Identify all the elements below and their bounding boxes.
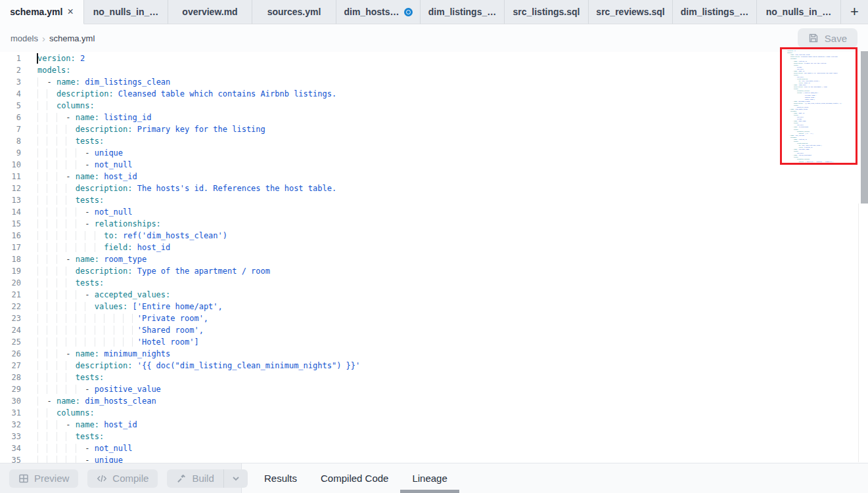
line-number: 20 <box>0 277 29 289</box>
breadcrumb-file: schema.yml <box>49 33 95 43</box>
tab-label: no_nulls_in_… <box>766 7 832 17</box>
code-line[interactable]: 28 tests: <box>0 372 868 383</box>
unsaved-changes-icon <box>404 8 413 16</box>
line-number: 1 <box>0 53 29 64</box>
breadcrumb-chevron-icon: › <box>42 33 45 44</box>
line-number: 13 <box>0 194 29 206</box>
code-line[interactable]: 26 - name: minimum_nights <box>0 348 868 360</box>
table-grid-icon <box>18 473 29 484</box>
code-editor[interactable]: 1version: 22models:3 - name: dim_listing… <box>0 52 868 463</box>
line-number: 5 <box>0 100 29 112</box>
line-number: 7 <box>0 123 29 135</box>
line-number: 30 <box>0 395 29 407</box>
line-number: 35 <box>0 454 29 463</box>
tab-bar-filler: + <box>841 0 868 24</box>
code-line[interactable]: 21 - accepted_values: <box>0 289 868 301</box>
floppy-disk-icon <box>808 33 819 43</box>
line-number: 6 <box>0 112 29 123</box>
line-number: 31 <box>0 407 29 419</box>
code-line[interactable]: 31 columns: <box>0 407 868 419</box>
tab-dim-hosts[interactable]: dim_hosts… <box>336 0 421 24</box>
code-line[interactable]: 12 description: The hosts's id. Referenc… <box>0 182 868 194</box>
editor-tab-list: schema.yml×no_nulls_in_…overview.mdsourc… <box>0 0 841 24</box>
code-line[interactable]: 10 - not_null <box>0 159 868 171</box>
code-line[interactable]: 34 - not_null <box>0 442 868 454</box>
new-tab-button[interactable]: + <box>850 5 859 19</box>
code-line[interactable]: 19 description: Type of the apartment / … <box>0 265 868 277</box>
code-line[interactable]: 30 - name: dim_hosts_clean <box>0 395 868 407</box>
code-line[interactable]: 22 values: ['Entire home/apt', <box>0 301 868 312</box>
code-line[interactable]: 7 description: Primary key for the listi… <box>0 123 868 135</box>
panel-tab-results[interactable]: Results <box>252 463 309 493</box>
tab-overview-md[interactable]: overview.md <box>168 0 252 24</box>
panel-tab-lineage[interactable]: Lineage <box>400 463 459 493</box>
minimap[interactable]: version: 2models: - name: dim_listings_c… <box>786 50 854 163</box>
code-line[interactable]: 32 - name: host_id <box>0 419 868 431</box>
line-number: 24 <box>0 324 29 336</box>
code-line[interactable]: 5 columns: <box>0 100 868 112</box>
tab-sources-yml[interactable]: sources.yml <box>252 0 336 24</box>
code-line[interactable]: 18 - name: room_type <box>0 253 868 265</box>
line-number: 8 <box>0 135 29 147</box>
save-button[interactable]: Save <box>798 28 857 48</box>
code-line[interactable]: 9 - unique <box>0 147 868 159</box>
code-line[interactable]: 6 - name: listing_id <box>0 112 868 123</box>
code-line[interactable]: 35 - unique <box>0 454 868 463</box>
code-line[interactable]: 3 - name: dim_listings_clean <box>0 76 868 88</box>
hammer-icon <box>176 473 187 484</box>
code-line[interactable]: 27 description: '{{ doc("dim_listing_cle… <box>0 360 868 372</box>
code-line: values: ['positive', 'neutral', 'negativ… <box>786 160 853 162</box>
preview-button[interactable]: Preview <box>9 469 78 488</box>
line-number: 34 <box>0 442 29 454</box>
tab-label: src_listings.sql <box>513 7 580 17</box>
compile-button-label: Compile <box>112 473 148 484</box>
code-line[interactable]: 23 'Private room', <box>0 312 868 324</box>
code-line[interactable]: 1version: 2 <box>0 53 868 64</box>
line-number: 22 <box>0 301 29 312</box>
code-line[interactable]: 33 tests: <box>0 431 868 442</box>
code-line[interactable]: 24 'Shared room', <box>0 324 868 336</box>
tab-src-reviews-sql[interactable]: src_reviews.sql <box>589 0 673 24</box>
code-line[interactable]: 20 tests: <box>0 277 868 289</box>
tab-label: dim_listings_… <box>428 7 496 17</box>
code-line[interactable]: 8 tests: <box>0 135 868 147</box>
ide-window: schema.yml×no_nulls_in_…overview.mdsourc… <box>0 0 868 493</box>
line-number: 29 <box>0 383 29 395</box>
build-button-group: Build <box>167 469 247 488</box>
vertical-scrollbar-thumb[interactable] <box>861 51 868 204</box>
breadcrumb-bar: models › schema.yml Save <box>0 24 868 52</box>
close-tab-icon[interactable]: × <box>67 7 73 17</box>
line-number: 14 <box>0 206 29 218</box>
tab-src-listings-sql[interactable]: src_listings.sql <box>505 0 589 24</box>
code-line[interactable]: 29 - positive_value <box>0 383 868 395</box>
code-line[interactable]: 15 - relationships: <box>0 218 868 230</box>
tab-dim-listings[interactable]: dim_listings_… <box>673 0 757 24</box>
line-number: 26 <box>0 348 29 360</box>
tab-label: no_nulls_in_… <box>93 7 159 17</box>
line-number: 10 <box>0 159 29 171</box>
tab-schema-yml[interactable]: schema.yml× <box>0 0 84 24</box>
code-line[interactable]: 17 field: host_id <box>0 242 868 253</box>
code-brackets-icon <box>97 473 107 484</box>
preview-button-label: Preview <box>34 473 69 484</box>
line-number: 28 <box>0 372 29 383</box>
code-line[interactable]: 25 'Hotel room'] <box>0 336 868 348</box>
code-line[interactable]: 14 - not_null <box>0 206 868 218</box>
tab-label: dim_listings_… <box>681 7 748 17</box>
line-number: 17 <box>0 242 29 253</box>
code-line[interactable]: 4 description: Cleansed table which cont… <box>0 88 868 100</box>
code-line[interactable]: 2models: <box>0 64 868 76</box>
line-number: 9 <box>0 147 29 159</box>
panel-tab-compiled-code[interactable]: Compiled Code <box>309 463 400 493</box>
line-number: 2 <box>0 64 29 76</box>
breadcrumb-root: models <box>11 33 38 43</box>
tab-no-nulls-in[interactable]: no_nulls_in_… <box>757 0 841 24</box>
code-line[interactable]: 16 to: ref('dim_hosts_clean') <box>0 230 868 242</box>
code-line[interactable]: 11 - name: host_id <box>0 171 868 182</box>
tab-dim-listings[interactable]: dim_listings_… <box>421 0 505 24</box>
tab-no-nulls-in[interactable]: no_nulls_in_… <box>84 0 168 24</box>
compile-button[interactable]: Compile <box>87 469 158 488</box>
build-button[interactable]: Build <box>167 469 223 488</box>
line-number: 11 <box>0 171 29 182</box>
code-line[interactable]: 13 tests: <box>0 194 868 206</box>
